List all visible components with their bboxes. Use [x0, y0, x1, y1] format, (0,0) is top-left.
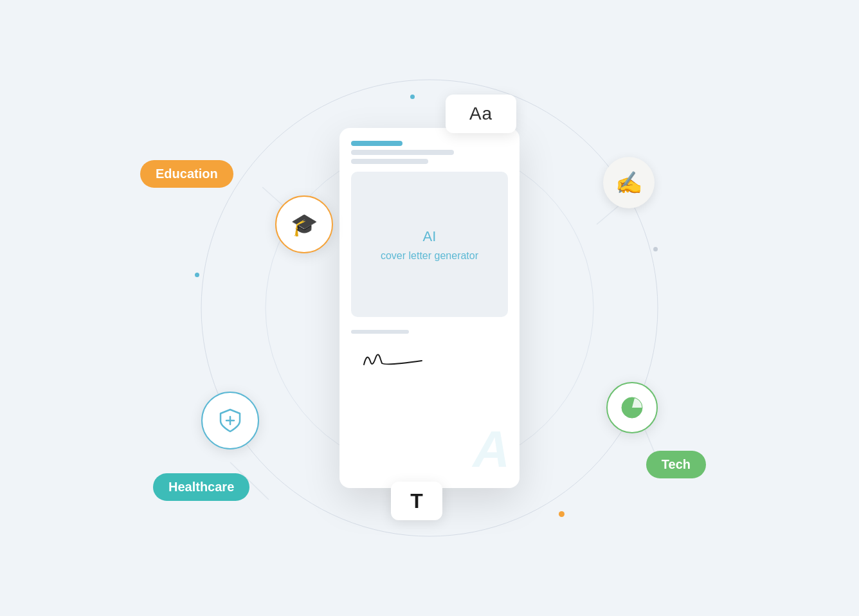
doc-ai-line2: cover letter generator [381, 248, 478, 264]
doc-ai-text: AI cover letter generator [381, 225, 478, 264]
pie-chart-icon [619, 395, 645, 421]
writing-hand-icon: ✍️ [615, 170, 642, 195]
tech-label: Tech [662, 457, 691, 471]
font-aa-label: Aa [469, 104, 493, 124]
healthcare-icon-circle [201, 392, 259, 449]
healthcare-badge[interactable]: Healthcare [153, 473, 249, 501]
doc-line-gray-medium [351, 159, 428, 164]
education-label: Education [156, 167, 218, 181]
doc-line-gray-long [351, 150, 454, 155]
tech-badge[interactable]: Tech [646, 451, 706, 478]
doc-content-box: AI cover letter generator [351, 172, 508, 317]
writing-icon-circle: ✍️ [603, 157, 655, 208]
doc-bottom [351, 325, 508, 475]
doc-ai-line1: AI [381, 225, 478, 248]
doc-sig-line [351, 330, 409, 334]
dot-teal-top [410, 95, 415, 99]
font-t-badge: T [391, 482, 442, 520]
font-aa-badge: Aa [446, 95, 516, 133]
healthcare-label: Healthcare [168, 480, 234, 494]
dot-blue-left [195, 273, 199, 277]
signature [351, 339, 435, 377]
education-badge[interactable]: Education [140, 160, 233, 188]
health-shield-icon [217, 407, 244, 434]
graduation-cap-icon: 🎓 [291, 212, 318, 237]
doc-header [351, 141, 508, 164]
font-t-label: T [410, 489, 423, 513]
education-icon-circle: 🎓 [275, 195, 333, 253]
dot-orange-bottom [559, 511, 565, 517]
chart-icon-circle [606, 382, 658, 433]
document-card: AI cover letter generator A [339, 128, 520, 488]
dot-gray-right [653, 247, 658, 251]
main-scene: AI cover letter generator A Aa T Educati… [76, 25, 783, 591]
doc-line-blue [351, 141, 402, 146]
